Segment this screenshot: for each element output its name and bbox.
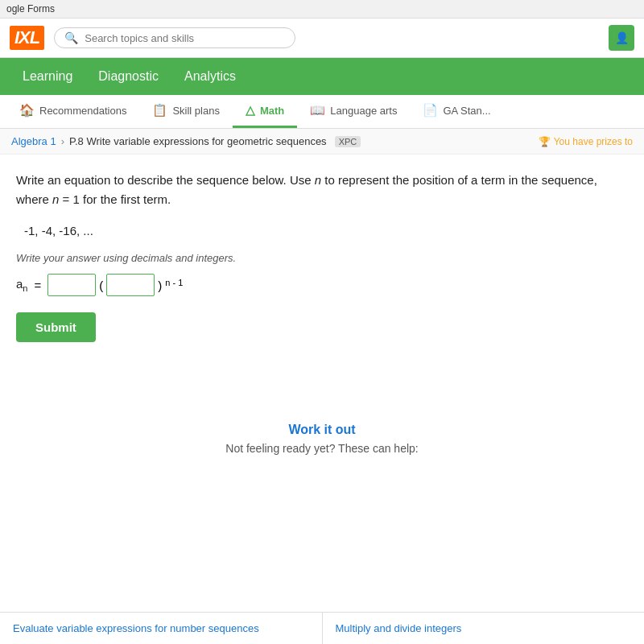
breadcrumb-section: P.8 Write variable expressions for geome… <box>69 135 327 147</box>
green-nav: Learning Diagnostic Analytics <box>0 58 644 95</box>
math-icon: △ <box>246 103 255 118</box>
tab-math-label: Math <box>260 105 284 117</box>
bottom-resources: Evaluate variable expressions for number… <box>0 612 644 644</box>
equation-a-label: an <box>16 277 27 293</box>
avatar-icon: 👤 <box>615 31 629 44</box>
submit-button[interactable]: Submit <box>16 312 96 342</box>
main-content: Write an equation to describe the sequen… <box>0 155 644 487</box>
nav-item-learning[interactable]: Learning <box>10 58 85 95</box>
resource-link-1[interactable]: Evaluate variable expressions for number… <box>0 613 323 644</box>
trophy-icon: 🏆 <box>539 136 551 147</box>
tab-ga-standards[interactable]: 📄 GA Stan... <box>410 95 503 128</box>
nav-item-analytics[interactable]: Analytics <box>171 58 249 95</box>
ga-standards-icon: 📄 <box>423 103 438 118</box>
exponent-sup: n - 1 <box>165 278 183 287</box>
work-it-out-subtitle: Not feeling ready yet? These can help: <box>32 442 612 455</box>
other-tab-label: ogle Forms <box>6 3 55 14</box>
ixl-header: IXL 🔍 👤 <box>0 19 644 58</box>
search-bar[interactable]: 🔍 <box>54 27 295 48</box>
work-it-out-section: Work it out Not feeling ready yet? These… <box>16 407 628 471</box>
question-text: Write an equation to describe the sequen… <box>16 171 628 209</box>
tab-recommendations-label: Recommendations <box>39 105 126 117</box>
second-answer-input[interactable] <box>106 274 155 296</box>
open-paren: ( <box>99 279 103 292</box>
tab-ga-standards-label: GA Stan... <box>443 105 490 117</box>
recommendations-icon: 🏠 <box>19 103 35 118</box>
prize-info: 🏆 You have prizes to <box>539 136 633 147</box>
tab-language-arts-label: Language arts <box>330 105 397 117</box>
browser-bar: ogle Forms <box>0 0 644 19</box>
exponent-text: n - 1 <box>165 278 183 292</box>
tab-math[interactable]: △ Math <box>233 95 297 128</box>
prize-text: You have prizes to <box>554 136 633 147</box>
xpc-badge: XPC <box>335 136 361 147</box>
breadcrumb-course[interactable]: Algebra 1 <box>11 135 56 147</box>
equation-subscript: n <box>23 283 27 293</box>
tab-skill-plans[interactable]: 📋 Skill plans <box>139 95 233 128</box>
equation-row: an = ( ) n - 1 <box>16 274 628 296</box>
ixl-logo[interactable]: IXL <box>10 26 44 50</box>
language-arts-icon: 📖 <box>310 103 325 118</box>
first-answer-input[interactable] <box>47 274 96 296</box>
tab-recommendations[interactable]: 🏠 Recommendations <box>6 95 139 128</box>
sequence-display: -1, -4, -16, ... <box>24 224 628 237</box>
tab-skill-plans-label: Skill plans <box>172 105 220 117</box>
resource-link-2[interactable]: Multiply and divide integers <box>323 613 645 644</box>
breadcrumb-bar: Algebra 1 › P.8 Write variable expressio… <box>0 129 644 155</box>
skill-plans-icon: 📋 <box>152 103 167 118</box>
breadcrumb-chevron: › <box>61 135 64 147</box>
nav-item-diagnostic[interactable]: Diagnostic <box>85 58 171 95</box>
work-it-out-title: Work it out <box>32 423 612 437</box>
search-icon: 🔍 <box>64 31 78 44</box>
equals-sign: = <box>34 279 41 292</box>
search-input[interactable] <box>85 32 285 44</box>
close-paren: ) <box>158 279 162 292</box>
answer-instruction: Write your answer using decimals and int… <box>16 252 628 264</box>
user-avatar[interactable]: 👤 <box>609 25 634 51</box>
tab-language-arts[interactable]: 📖 Language arts <box>297 95 410 128</box>
subject-tabs: 🏠 Recommendations 📋 Skill plans △ Math 📖… <box>0 95 644 129</box>
